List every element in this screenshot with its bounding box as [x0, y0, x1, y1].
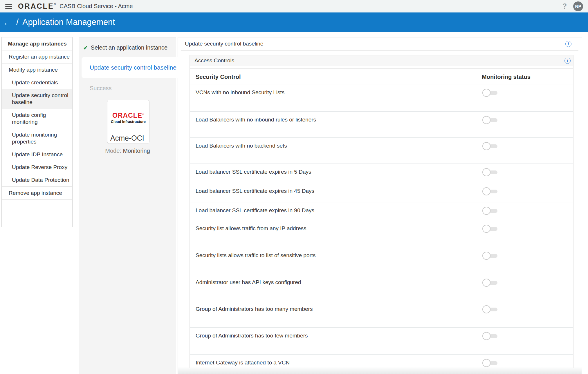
monitoring-toggle[interactable]	[482, 116, 497, 124]
sidebar-item[interactable]: Modify app instance	[2, 63, 72, 76]
security-control-label: Load balancer SSL certificate expires in…	[196, 169, 311, 175]
toggle-knob	[482, 187, 490, 195]
sidebar-item[interactable]: Update Reverse Proxy	[2, 161, 72, 174]
wizard-step-update-baseline[interactable]: Update security control baseline	[82, 57, 186, 78]
back-arrow-icon[interactable]: ←	[3, 18, 12, 27]
monitoring-toggle[interactable]	[482, 224, 497, 233]
table-row: Security lists allows traffic to list of…	[190, 247, 573, 274]
wizard-step-label: Select an application instance	[91, 44, 168, 51]
monitoring-toggle[interactable]	[482, 206, 497, 215]
table-row: VCNs with no inbound Security Lists	[190, 84, 573, 112]
toggle-knob	[482, 207, 490, 215]
app-instance-name: Acme-OCI	[110, 134, 144, 142]
app-instance-card: ORACLE® Cloud Infrastructure Acme-OCI	[107, 100, 149, 144]
column-header-monitoring-status: Monitoring status	[482, 74, 531, 80]
check-icon: ✔	[83, 45, 88, 51]
security-control-label: Group of Administrators has too many mem…	[196, 306, 313, 312]
panel-title: Update security control baseline	[185, 41, 263, 47]
sidebar-manage-app-instances: Manage app instances Register an app ins…	[1, 37, 73, 227]
mode-label: Mode:	[105, 148, 121, 154]
security-control-label: Group of Administrators has too few memb…	[196, 333, 308, 339]
sidebar-item[interactable]: Update IDP Instance	[2, 148, 72, 161]
mode-line: Mode: Monitoring	[79, 148, 176, 154]
info-icon[interactable]: i	[564, 58, 571, 64]
toggle-knob	[482, 279, 490, 287]
monitoring-toggle[interactable]	[482, 251, 497, 260]
toggle-knob	[482, 332, 490, 340]
monitoring-toggle[interactable]	[482, 332, 497, 340]
table-row: Internet Gateway is attached to a VCN	[190, 355, 573, 368]
toggle-knob	[482, 359, 490, 367]
table-row: Administrator user has API keys configur…	[190, 274, 573, 301]
sidebar-item[interactable]: Update security control baseline	[2, 89, 72, 109]
security-control-label: Administrator user has API keys configur…	[196, 279, 301, 286]
access-controls-section: Access Controls i Security Control Monit…	[190, 55, 573, 368]
table-row: Load Balancers with no inbound rules or …	[190, 112, 573, 138]
table-row: Group of Administrators has too many mem…	[190, 301, 573, 328]
monitoring-toggle[interactable]	[482, 278, 497, 287]
monitoring-toggle[interactable]	[482, 187, 497, 196]
title-divider	[181, 50, 578, 51]
security-control-label: Load Balancers with no backend sets	[196, 143, 287, 149]
security-control-label: VCNs with no inbound Security Lists	[196, 89, 284, 96]
security-control-label: Internet Gateway is attached to a VCN	[196, 360, 290, 366]
monitoring-toggle[interactable]	[482, 359, 497, 367]
monitoring-toggle[interactable]	[482, 88, 497, 97]
security-control-label: Security list allows traffic from any IP…	[196, 225, 306, 232]
info-icon[interactable]: i	[565, 41, 571, 47]
table-row: Group of Administrators has too few memb…	[190, 328, 573, 355]
help-icon[interactable]: ?	[562, 2, 567, 10]
table-row: Load Balancers with no backend sets	[190, 138, 573, 164]
toggle-knob	[482, 142, 490, 150]
hamburger-menu-icon[interactable]	[5, 4, 12, 9]
toggle-knob	[482, 305, 490, 313]
toggle-knob	[482, 89, 490, 97]
security-control-label: Security lists allows traffic to list of…	[196, 252, 316, 259]
security-controls-table: Security Control Monitoring status VCNs …	[190, 68, 573, 368]
access-controls-header: Access Controls i	[190, 55, 573, 66]
wizard-step-select-instance[interactable]: ✔ Select an application instance	[83, 44, 167, 51]
wizard-step-success: Success	[90, 85, 112, 92]
column-header-security-control: Security Control	[196, 74, 241, 80]
oracle-cloud-infrastructure-logo: ORACLE® Cloud Infrastructure	[107, 112, 149, 124]
breadcrumb-separator: /	[16, 17, 19, 27]
top-bar: ORACLE® CASB Cloud Service - Acme ? NP	[0, 0, 588, 13]
sidebar-item[interactable]: Remove app instance	[2, 187, 72, 200]
sidebar-item[interactable]: Update credentials	[2, 76, 72, 89]
table-row: Load balancer SSL certificate expires in…	[190, 164, 573, 183]
table-row: Load balancer SSL certificate expires in…	[190, 183, 573, 202]
toggle-knob	[482, 116, 490, 124]
toggle-knob	[482, 168, 490, 176]
wizard-step-label: Update security control baseline	[90, 64, 176, 71]
product-title: CASB Cloud Service - Acme	[59, 3, 133, 10]
wizard-steps-panel: ✔ Select an application instance Update …	[79, 37, 176, 374]
table-row: Load balancer SSL certificate expires in…	[190, 202, 573, 220]
security-control-label: Load Balancers with no inbound rules or …	[196, 117, 316, 123]
user-avatar[interactable]: NP	[573, 1, 583, 11]
bottom-fade	[178, 367, 582, 374]
sidebar-item[interactable]: Update monitoring properties	[2, 128, 72, 148]
monitoring-toggle[interactable]	[482, 305, 497, 314]
sidebar-items: Register an app instanceModify app insta…	[2, 50, 72, 200]
registered-mark: ®	[54, 3, 56, 6]
page-header: ← / Application Management	[0, 12, 588, 32]
sidebar-item[interactable]: Update Data Protection	[2, 174, 72, 187]
table-rows: VCNs with no inbound Security ListsLoad …	[190, 84, 573, 368]
mode-value: Monitoring	[123, 148, 150, 154]
page-title: Application Management	[22, 17, 115, 27]
sidebar-item[interactable]: Update config monitoring	[2, 109, 72, 128]
table-header: Security Control Monitoring status	[190, 69, 573, 84]
monitoring-toggle[interactable]	[482, 142, 497, 150]
sidebar-title: Manage app instances	[2, 37, 72, 50]
monitoring-toggle[interactable]	[482, 168, 497, 177]
security-control-label: Load balancer SSL certificate expires in…	[196, 207, 314, 214]
main-panel: Update security control baseline i Acces…	[178, 37, 582, 374]
security-control-label: Load balancer SSL certificate expires in…	[196, 188, 314, 194]
sidebar-item[interactable]: Register an app instance	[2, 50, 72, 63]
section-title: Access Controls	[194, 57, 234, 64]
toggle-knob	[482, 225, 490, 233]
oracle-logo: ORACLE®	[18, 2, 56, 10]
table-row: Security list allows traffic from any IP…	[190, 220, 573, 247]
toggle-knob	[482, 252, 490, 260]
